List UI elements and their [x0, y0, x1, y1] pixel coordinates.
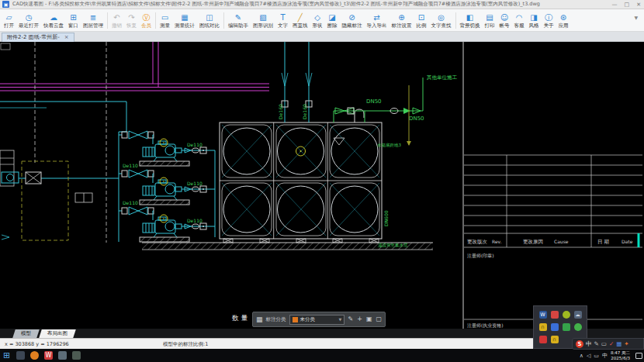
label-tank-note: 水箱底距地3 — [377, 143, 402, 147]
cursor-coordinates: x = 303868 y = 1796296 — [5, 341, 69, 347]
label-dn50: DN50 — [366, 98, 382, 105]
clock-date: 2025/6/3 — [611, 356, 630, 361]
sogou-grid-icon[interactable]: ▦ — [616, 339, 621, 349]
vip-label: 会员 — [141, 22, 151, 29]
toolbar-button-about[interactable]: ⓘ关于 — [542, 10, 556, 31]
undo-icon: ↶ — [113, 13, 119, 22]
label-dn600: DN600 — [383, 210, 389, 226]
toolbar-button-drawing-compare[interactable]: ◫图纸对比 — [197, 10, 222, 31]
scale-label: 比例 — [417, 22, 427, 29]
toolbar-button-account[interactable]: ☺帐号 — [497, 10, 512, 31]
toolbar-button-layer-manager[interactable]: ≣图层管理 — [81, 10, 106, 31]
toolbar-button-shapes[interactable]: ◇形状 — [310, 10, 325, 31]
toolbar-button-window[interactable]: ⊞窗口 — [66, 10, 81, 31]
annotation-settings-label: 标注设置 — [392, 22, 412, 29]
sogou-input-bar: S 中✎▭✓▦✦ — [572, 338, 644, 350]
tray-popup-cloud-app-icon[interactable]: ☁ — [574, 311, 582, 319]
toolbar-button-print[interactable]: ▤打印 — [483, 10, 497, 31]
toolbar-button-edit-assistant[interactable]: ✎编辑助手 — [226, 10, 251, 31]
tray-popup-word-icon[interactable]: W — [539, 311, 547, 319]
toolbar-button-text-search[interactable]: ◎文字查找 — [429, 10, 454, 31]
tray-volume-icon[interactable]: ◁ — [587, 353, 590, 359]
toolbar-button-open[interactable]: ▱打开 — [2, 10, 16, 31]
toolbar-button-text[interactable]: T文字 — [275, 10, 290, 31]
toolbar-button-scale[interactable]: ⊡比例 — [414, 10, 429, 31]
measure-tool-move-icon[interactable]: + — [357, 315, 362, 323]
tray-popup-green-circle-icon[interactable] — [574, 323, 582, 331]
shapes-icon: ◇ — [314, 13, 320, 22]
sogou-skin-icon[interactable]: ✦ — [624, 339, 628, 349]
toolbar-button-shape-recognition[interactable]: ▧图形识别 — [251, 10, 275, 31]
grid-icon[interactable]: ▦ — [256, 315, 263, 323]
print-icon: ▤ — [486, 13, 493, 22]
tray-popup-colorful-app-icon[interactable] — [551, 311, 559, 319]
measure-stats-icon: ▦ — [181, 13, 188, 22]
tray-popup-red-app-icon[interactable] — [539, 336, 547, 343]
vip-icon: Ⓥ — [143, 13, 151, 22]
minimize-button[interactable]: — — [612, 0, 618, 9]
chevron-down-icon: ▼ — [339, 317, 342, 322]
action-center-icon[interactable] — [635, 353, 642, 359]
tray-popup-lock-2-icon[interactable]: ∩ — [551, 336, 559, 343]
taskbar-start-icon[interactable]: ⊞ — [2, 351, 11, 360]
toolbar-button-erase[interactable]: ◪擦除 — [325, 10, 340, 31]
apps-icon: ⊛ — [560, 13, 566, 22]
taskbar-app-3-icon[interactable]: W — [44, 351, 53, 360]
tray-tray-expand-icon[interactable]: ∧ — [580, 353, 583, 359]
toolbar-separator — [155, 12, 156, 29]
taskbar-app-5-icon[interactable] — [72, 351, 81, 360]
sogou-pen-icon[interactable]: ✎ — [594, 339, 599, 349]
tray-popup-lock-1-icon[interactable]: ∩ — [539, 323, 547, 331]
toolbar-button-draw-line[interactable]: ╱画直线 — [290, 10, 310, 31]
about-icon: ⓘ — [545, 13, 552, 22]
tab-close-icon[interactable]: × — [64, 33, 69, 42]
taskbar-app-4-icon[interactable] — [58, 351, 67, 360]
toolbar-button-hide-annotation[interactable]: ⊘隐藏标注 — [340, 10, 365, 31]
maximize-button[interactable]: □ — [625, 0, 630, 9]
toolbar-button-measure-stats[interactable]: ▦测量统计 — [172, 10, 197, 31]
toolbar-button-undo: ↶撤销 — [109, 10, 124, 31]
document-tab[interactable]: 附件2-2 图纸-常州新- × — [2, 33, 74, 42]
toolbar-button-recent-open[interactable]: ◷最近打开 — [16, 10, 41, 31]
tab-layout[interactable]: 布局出图 — [39, 329, 76, 338]
tray-ime-lang-icon[interactable]: 中 — [602, 352, 608, 360]
toolbar-button-apps[interactable]: ⊛应用 — [556, 10, 571, 31]
toolbar-button-measure[interactable]: ▭测量 — [158, 10, 172, 31]
tab-model[interactable]: 模型 — [12, 329, 40, 338]
scale-icon: ⊡ — [418, 13, 424, 22]
tray-popup-blue-app-icon[interactable] — [551, 323, 559, 331]
sogou-logo-icon[interactable]: S — [576, 340, 583, 348]
drawing-canvas[interactable]: De110 De110 De110 De110 De110 — [0, 42, 644, 329]
taskbar-app-1-icon[interactable] — [16, 351, 25, 360]
toolbar-button-annotation-settings[interactable]: ⊕标注设置 — [390, 10, 414, 31]
support-icon: ◠ — [516, 13, 523, 22]
window-icon: ⊞ — [70, 13, 76, 22]
toolbar-button-import-export[interactable]: ⇄导入导出 — [365, 10, 390, 31]
toolbar-collapse-icon[interactable]: ▼ — [634, 15, 638, 20]
tray-popup-green-dot-icon[interactable] — [563, 311, 570, 319]
toolbar-button-cloud[interactable]: ☁快看云盘 — [41, 10, 66, 31]
titleblock-cause-cn: 更改原因 — [523, 239, 543, 245]
close-button[interactable]: ✕ — [636, 0, 641, 9]
measure-tool-edit-icon[interactable]: ✎ — [348, 315, 353, 323]
toolbar-button-background-toggle[interactable]: ◧背景切换 — [458, 10, 483, 31]
toolbar-button-style[interactable]: ◨风格 — [527, 10, 542, 31]
category-dropdown[interactable]: 未分类 ▼ — [289, 315, 345, 325]
open-label: 打开 — [4, 22, 14, 29]
sogou-keyboard-icon[interactable]: ▭ — [601, 339, 607, 349]
titleblock-date-en: Date — [621, 239, 633, 244]
edit-assistant-icon: ✎ — [235, 13, 241, 22]
toolbar-separator — [455, 12, 456, 29]
tray-popup-green-app-icon[interactable] — [563, 323, 570, 331]
measure-tool-copy-icon[interactable]: ▣ — [366, 315, 372, 323]
measure-tool-export-icon[interactable]: ▢ — [376, 315, 382, 323]
toolbar-button-support[interactable]: ◠客服 — [512, 10, 527, 31]
tray-network-icon[interactable]: ▭ — [594, 353, 599, 359]
toolbar-separator — [107, 12, 108, 29]
drawing-compare-label: 图纸对比 — [199, 22, 220, 29]
taskbar-clock[interactable]: 8:47 周二 2025/6/3 — [611, 350, 630, 360]
taskbar-app-2-icon[interactable] — [30, 351, 39, 360]
sogou-ime-cn-icon[interactable]: 中 — [586, 339, 592, 349]
toolbar-button-vip[interactable]: Ⓥ会员 — [139, 10, 154, 31]
sogou-check-icon[interactable]: ✓ — [609, 339, 614, 349]
